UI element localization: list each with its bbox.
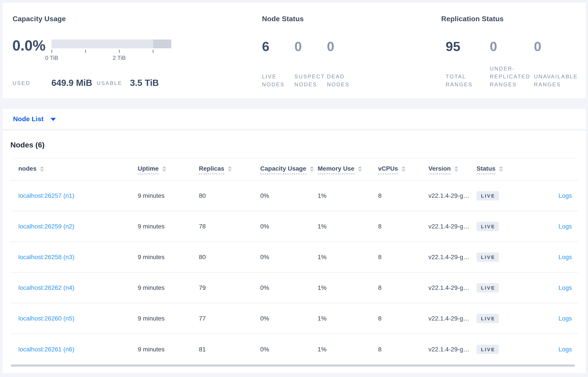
capacity-usage-cell: 0% bbox=[260, 346, 318, 353]
capacity-axis-tick bbox=[85, 50, 86, 53]
capacity-usage-bar bbox=[51, 39, 171, 48]
replication-status-stats: 95TOTAL RANGES0UNDER-REPLICATED RANGES0U… bbox=[446, 40, 578, 89]
replication-label: UNDER-REPLICATED RANGES bbox=[490, 65, 532, 89]
logs-link[interactable]: Logs bbox=[558, 315, 572, 322]
capacity-bar-reserved-fill bbox=[153, 39, 171, 48]
node-status-stats: 6LIVE NODES0SUSPECT NODES0DEAD NODES bbox=[262, 40, 359, 89]
node-address-cell: localhost:26261 (n6) bbox=[10, 346, 138, 353]
node-status-label: SUSPECT NODES bbox=[294, 73, 325, 89]
logs-cell: Logs bbox=[534, 223, 578, 230]
version-cell: v22.1.4-29-g… bbox=[428, 192, 477, 199]
vcpus-cell: 8 bbox=[378, 315, 428, 322]
capacity-axis-tick bbox=[51, 50, 52, 53]
node-address-link[interactable]: localhost:26261 (n6) bbox=[18, 346, 74, 353]
chevron-down-icon bbox=[50, 118, 56, 121]
node-address-link[interactable]: localhost:26257 (n1) bbox=[18, 192, 74, 199]
logs-link[interactable]: Logs bbox=[558, 223, 572, 230]
sort-arrows-icon[interactable] bbox=[358, 166, 362, 172]
replication-value: 0 bbox=[534, 40, 541, 53]
usable-label: USABLE bbox=[97, 79, 122, 87]
node-list-dropdown[interactable]: Node List bbox=[13, 109, 56, 129]
nodes-table-body: localhost:26257 (n1)9 minutes800%1%8v22.… bbox=[10, 181, 578, 365]
column-header-memory-use[interactable]: Memory Use bbox=[318, 165, 378, 174]
sort-arrows-icon[interactable] bbox=[40, 166, 44, 172]
uptime-cell: 9 minutes bbox=[138, 315, 199, 322]
capacity-axis-label-2: 2 TiB bbox=[106, 55, 132, 61]
node-address-link[interactable]: localhost:26259 (n2) bbox=[18, 223, 74, 230]
uptime-cell: 9 minutes bbox=[138, 254, 199, 261]
sort-arrows-icon[interactable] bbox=[454, 166, 458, 172]
logs-cell: Logs bbox=[534, 315, 578, 322]
status-cell: LIVE bbox=[477, 252, 534, 262]
uptime-cell: 9 minutes bbox=[138, 346, 199, 353]
table-row: localhost:26258 (n3)9 minutes800%1%8v22.… bbox=[10, 242, 578, 273]
memory-use-cell: 1% bbox=[318, 346, 378, 353]
version-cell: v22.1.4-29-g… bbox=[428, 346, 477, 353]
uptime-cell: 9 minutes bbox=[138, 284, 199, 291]
column-header-vcpus[interactable]: vCPUs bbox=[378, 165, 428, 174]
sort-arrows-icon[interactable] bbox=[310, 166, 314, 172]
column-header-nodes[interactable]: nodes bbox=[10, 165, 138, 174]
logs-link[interactable]: Logs bbox=[558, 254, 572, 260]
capacity-usage-cell: 0% bbox=[260, 192, 318, 199]
used-label: USED bbox=[12, 79, 30, 87]
replicas-cell: 77 bbox=[199, 315, 260, 322]
node-status-stat: 0DEAD NODES bbox=[327, 40, 359, 89]
uptime-cell: 9 minutes bbox=[138, 223, 199, 230]
sort-arrows-icon[interactable] bbox=[228, 166, 232, 172]
node-address-link[interactable]: localhost:26262 (n4) bbox=[18, 284, 74, 291]
node-address-link[interactable]: localhost:26258 (n3) bbox=[18, 254, 74, 260]
column-header-label: Version bbox=[428, 165, 451, 174]
replication-stat: 0UNAVAILABLE RANGES bbox=[534, 40, 578, 89]
column-header-replicas[interactable]: Replicas bbox=[199, 165, 260, 174]
logs-link[interactable]: Logs bbox=[558, 284, 572, 291]
column-header-label: nodes bbox=[18, 165, 36, 174]
status-badge: LIVE bbox=[477, 314, 499, 323]
logs-cell: Logs bbox=[534, 254, 578, 261]
replicas-cell: 81 bbox=[199, 346, 260, 353]
capacity-usage-cell: 0% bbox=[260, 223, 318, 230]
column-header-uptime[interactable]: Uptime bbox=[138, 165, 199, 174]
memory-use-cell: 1% bbox=[318, 315, 378, 322]
view-selector-band: Node List bbox=[2, 109, 586, 129]
table-row: localhost:26262 (n4)9 minutes790%1%8v22.… bbox=[10, 273, 578, 303]
logs-link[interactable]: Logs bbox=[558, 346, 572, 353]
status-cell: LIVE bbox=[477, 191, 534, 200]
horizontal-scrollbar[interactable] bbox=[11, 365, 575, 367]
node-list-dropdown-label: Node List bbox=[13, 115, 44, 123]
column-header-status[interactable]: Status bbox=[477, 165, 534, 174]
column-header-label: Status bbox=[477, 165, 495, 174]
vcpus-cell: 8 bbox=[378, 192, 428, 199]
column-header-label: vCPUs bbox=[378, 165, 398, 174]
capacity-used-percent: 0.0% bbox=[12, 38, 46, 53]
logs-cell: Logs bbox=[534, 284, 578, 291]
column-header-capacity-usage[interactable]: Capacity Usage bbox=[260, 165, 318, 174]
table-row: localhost:26259 (n2)9 minutes780%1%8v22.… bbox=[10, 211, 578, 242]
vcpus-cell: 8 bbox=[378, 284, 428, 291]
vcpus-cell: 8 bbox=[378, 346, 428, 353]
replicas-cell: 80 bbox=[199, 254, 260, 261]
capacity-axis-tick bbox=[119, 50, 120, 53]
node-status-value: 0 bbox=[327, 40, 334, 53]
used-value: 649.9 MiB bbox=[51, 78, 92, 88]
status-cell: LIVE bbox=[477, 314, 534, 323]
sort-arrows-icon[interactable] bbox=[162, 166, 166, 172]
node-status-label: DEAD NODES bbox=[327, 73, 358, 89]
logs-link[interactable]: Logs bbox=[558, 192, 572, 199]
version-cell: v22.1.4-29-g… bbox=[428, 223, 477, 230]
sort-arrows-icon[interactable] bbox=[401, 166, 405, 172]
node-address-cell: localhost:26257 (n1) bbox=[10, 192, 138, 199]
node-address-cell: localhost:26259 (n2) bbox=[10, 223, 138, 230]
column-header-version[interactable]: Version bbox=[428, 165, 477, 174]
node-status-value: 0 bbox=[294, 40, 302, 53]
cluster-summary-card: Capacity Usage 0.0% 0 TiB 2 TiB USED 649… bbox=[2, 2, 586, 98]
column-header-label: Memory Use bbox=[318, 165, 354, 174]
version-cell: v22.1.4-29-g… bbox=[428, 315, 477, 322]
replication-value: 95 bbox=[446, 40, 460, 53]
node-address-link[interactable]: localhost:26260 (n5) bbox=[18, 315, 74, 322]
capacity-usage-title: Capacity Usage bbox=[12, 15, 66, 23]
sort-arrows-icon[interactable] bbox=[499, 166, 503, 172]
vcpus-cell: 8 bbox=[378, 223, 428, 230]
table-row: localhost:26261 (n6)9 minutes810%1%8v22.… bbox=[10, 334, 578, 365]
version-cell: v22.1.4-29-g… bbox=[428, 254, 477, 261]
